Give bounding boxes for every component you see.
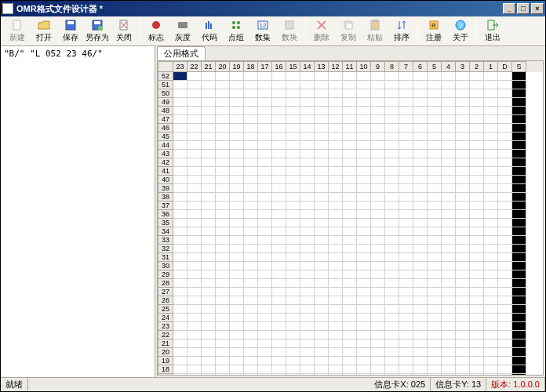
grid-cell[interactable] xyxy=(442,339,456,348)
grid-cell[interactable] xyxy=(300,365,315,374)
grid-cell[interactable] xyxy=(498,331,512,339)
grid-cell[interactable] xyxy=(442,365,456,374)
grid-cell[interactable] xyxy=(315,331,329,339)
grid-cell[interactable] xyxy=(399,296,413,305)
grid-cell[interactable] xyxy=(315,150,329,158)
grid-cell[interactable] xyxy=(272,374,286,375)
grid-cell[interactable] xyxy=(498,167,512,176)
grid-cell[interactable] xyxy=(399,124,413,132)
grid-cell[interactable] xyxy=(300,98,315,107)
row-header[interactable]: 21 xyxy=(158,339,173,348)
grid-cell[interactable] xyxy=(498,279,512,288)
grid-cell[interactable] xyxy=(399,98,413,107)
grid-cell[interactable] xyxy=(300,348,315,357)
grid-cell[interactable] xyxy=(470,158,484,167)
grid-cell[interactable] xyxy=(300,176,315,184)
grid-cell[interactable] xyxy=(258,365,272,374)
grid-cell[interactable] xyxy=(357,210,371,219)
grid-cell[interactable] xyxy=(357,348,371,357)
grid-cell[interactable] xyxy=(498,210,512,219)
col-header[interactable]: 3 xyxy=(456,61,470,72)
grid-cell[interactable] xyxy=(329,115,343,124)
grid-cell[interactable] xyxy=(187,107,202,115)
grid-cell[interactable] xyxy=(385,89,399,98)
grid-cell[interactable] xyxy=(315,124,329,132)
grid-cell[interactable] xyxy=(442,314,456,322)
grid-cell[interactable] xyxy=(399,107,413,115)
grid-cell[interactable] xyxy=(329,322,343,331)
grid-cell[interactable] xyxy=(329,374,343,375)
grid-cell[interactable] xyxy=(498,201,512,210)
grid-cell[interactable] xyxy=(187,81,202,89)
grid-cell[interactable] xyxy=(173,115,187,124)
grid-cell[interactable] xyxy=(216,132,230,141)
grid-cell[interactable] xyxy=(399,167,413,176)
grid-cell[interactable] xyxy=(343,322,357,331)
col-header[interactable]: 13 xyxy=(315,61,329,72)
grid-cell[interactable] xyxy=(399,357,413,365)
grid-cell[interactable] xyxy=(428,374,442,375)
grid-cell[interactable] xyxy=(343,158,357,167)
grid-cell[interactable] xyxy=(286,314,300,322)
grid-cell[interactable] xyxy=(230,279,244,288)
grid-cell[interactable] xyxy=(230,288,244,296)
grid-cell[interactable] xyxy=(230,132,244,141)
grid-cell[interactable] xyxy=(484,357,498,365)
grid-cell[interactable] xyxy=(385,72,399,81)
grid-cell[interactable] xyxy=(244,227,258,236)
grid-cell[interactable] xyxy=(484,270,498,279)
grid-cell[interactable] xyxy=(357,201,371,210)
grid-cell[interactable] xyxy=(187,184,202,193)
grid-cell[interactable] xyxy=(470,227,484,236)
grid-cell[interactable] xyxy=(413,132,428,141)
grid-cell[interactable] xyxy=(371,331,385,339)
col-header[interactable]: 5 xyxy=(428,61,442,72)
grid-cell[interactable] xyxy=(456,236,470,245)
grid-cell[interactable] xyxy=(272,314,286,322)
grid-cell[interactable] xyxy=(300,89,315,98)
grid-cell[interactable] xyxy=(442,89,456,98)
grid-cell[interactable] xyxy=(357,150,371,158)
grid-cell[interactable] xyxy=(244,357,258,365)
grid-cell[interactable] xyxy=(371,150,385,158)
grid-cell[interactable] xyxy=(484,236,498,245)
grid-cell[interactable] xyxy=(286,227,300,236)
grid-cell[interactable] xyxy=(456,331,470,339)
grid-cell[interactable] xyxy=(272,124,286,132)
grid-cell[interactable] xyxy=(187,305,202,314)
row-header[interactable]: 48 xyxy=(158,107,173,115)
grid-cell[interactable] xyxy=(470,288,484,296)
grid-cell[interactable] xyxy=(300,150,315,158)
grid-cell[interactable] xyxy=(216,193,230,201)
grid-cell[interactable] xyxy=(230,236,244,245)
grid-cell[interactable] xyxy=(456,314,470,322)
grid-cell[interactable] xyxy=(371,348,385,357)
row-header[interactable]: 25 xyxy=(158,305,173,314)
grid-cell[interactable] xyxy=(300,288,315,296)
grid-cell[interactable] xyxy=(187,374,202,375)
grid-cell[interactable] xyxy=(216,314,230,322)
grid-cell[interactable] xyxy=(399,219,413,227)
grid-cell[interactable] xyxy=(202,331,216,339)
grid-cell[interactable] xyxy=(244,219,258,227)
grid-cell[interactable] xyxy=(230,331,244,339)
omr-grid[interactable]: 2322212019181716151413121110987654321DS5… xyxy=(158,61,543,375)
grid-cell[interactable] xyxy=(357,365,371,374)
grid-cell[interactable] xyxy=(187,348,202,357)
grid-cell[interactable] xyxy=(428,107,442,115)
grid-cell[interactable] xyxy=(470,270,484,279)
grid-cell[interactable] xyxy=(315,167,329,176)
grid-cell[interactable] xyxy=(470,72,484,81)
grid-cell[interactable] xyxy=(442,141,456,150)
grid-cell[interactable] xyxy=(258,279,272,288)
grid-cell[interactable] xyxy=(357,262,371,270)
grid-cell[interactable] xyxy=(413,201,428,210)
grid-cell[interactable] xyxy=(456,279,470,288)
grid-cell[interactable] xyxy=(385,374,399,375)
grid-cell[interactable] xyxy=(272,201,286,210)
grid-cell[interactable] xyxy=(286,141,300,150)
grid-cell[interactable] xyxy=(329,236,343,245)
grid-cell[interactable] xyxy=(357,322,371,331)
grid-cell[interactable] xyxy=(456,253,470,262)
grid-cell[interactable] xyxy=(258,314,272,322)
